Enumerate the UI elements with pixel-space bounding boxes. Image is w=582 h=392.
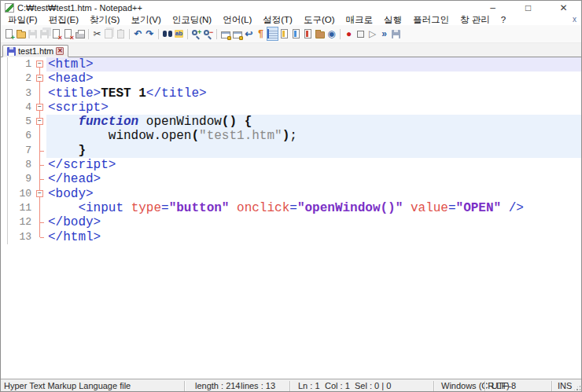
notepadpp-window: C:₩test₩test1.htm - Notepad++ – □ ✕ 파일(F… bbox=[0, 0, 582, 392]
word-wrap-button[interactable]: ↩ bbox=[243, 27, 255, 41]
menu-bar: 파일(F)편집(E)찾기(S)보기(V)인코딩(N)언어(L)설정(T)도구(O… bbox=[1, 14, 581, 25]
save-all-button[interactable] bbox=[39, 27, 50, 41]
document-list-button[interactable] bbox=[302, 27, 314, 41]
code-line-11[interactable]: 11 <input type="button" onclick="openWin… bbox=[1, 201, 581, 215]
macro-run-multiple-button[interactable]: » bbox=[378, 27, 390, 41]
code-text: window.open("test1.htm"); bbox=[46, 129, 581, 143]
menu-item-5[interactable]: 언어(L) bbox=[217, 14, 257, 26]
code-text: } bbox=[46, 144, 581, 158]
cut-button[interactable]: ✂ bbox=[91, 27, 103, 41]
menu-item-4[interactable]: 인코딩(N) bbox=[167, 14, 217, 26]
fold-collapse-marker[interactable]: − bbox=[34, 115, 46, 129]
code-line-7[interactable]: 7 } bbox=[1, 144, 581, 158]
status-line-number: Ln : 1 bbox=[298, 381, 320, 390]
code-text: <html> bbox=[46, 57, 581, 71]
line-number: 13 bbox=[8, 230, 34, 244]
status-separator bbox=[433, 381, 435, 392]
status-separator bbox=[551, 381, 553, 392]
status-encoding: UTF-8 bbox=[492, 381, 516, 390]
document-map-button[interactable] bbox=[290, 27, 302, 41]
fold-collapse-marker[interactable]: − bbox=[34, 101, 46, 115]
fold-line bbox=[34, 86, 46, 101]
menu-item-6[interactable]: 설정(T) bbox=[257, 14, 298, 26]
bookmark-margin bbox=[1, 86, 8, 101]
fold-collapse-marker[interactable]: − bbox=[34, 57, 46, 71]
replace-button[interactable]: ab bbox=[173, 27, 185, 41]
paste-button[interactable] bbox=[115, 27, 127, 41]
redo-button[interactable]: ↷ bbox=[144, 27, 156, 41]
open-file-button[interactable] bbox=[15, 27, 27, 41]
code-line-2[interactable]: 2−<head> bbox=[1, 71, 581, 86]
menu-item-2[interactable]: 찾기(S) bbox=[84, 14, 125, 26]
line-number: 9 bbox=[8, 172, 34, 186]
sync-horizontal-scroll-button[interactable] bbox=[231, 27, 243, 41]
menu-item-1[interactable]: 편집(E) bbox=[43, 14, 84, 26]
menu-item-11[interactable]: 창 관리 bbox=[455, 14, 495, 26]
code-line-1[interactable]: 1−<html> bbox=[1, 57, 581, 71]
show-all-characters-button[interactable]: ¶ bbox=[255, 27, 267, 41]
folder-as-workspace-button[interactable] bbox=[314, 27, 326, 41]
tab-test1-htm[interactable]: test1.htm ✕ bbox=[2, 45, 68, 57]
title-bar[interactable]: C:₩test₩test1.htm - Notepad++ – □ ✕ bbox=[1, 1, 581, 14]
macro-record-button[interactable]: ● bbox=[343, 27, 355, 41]
tab-close-icon[interactable]: ✕ bbox=[56, 47, 64, 55]
macro-save-icon bbox=[392, 30, 400, 38]
resize-grip[interactable] bbox=[572, 384, 580, 392]
document-map-icon bbox=[293, 29, 300, 38]
menu-close-icon[interactable]: x bbox=[573, 14, 576, 25]
status-selection: Sel : 0 | 0 bbox=[355, 381, 391, 390]
menu-item-0[interactable]: 파일(F) bbox=[2, 14, 43, 26]
code-line-9[interactable]: 9</head> bbox=[1, 172, 581, 186]
sync-vertical-scroll-button[interactable] bbox=[219, 27, 231, 41]
tab-bar: test1.htm ✕ bbox=[1, 43, 581, 57]
code-line-4[interactable]: 4−<script> bbox=[1, 101, 581, 115]
new-file-button[interactable]: + bbox=[3, 27, 15, 41]
fold-line bbox=[34, 172, 46, 186]
macro-stop-button[interactable] bbox=[355, 27, 367, 41]
code-line-6[interactable]: 6 window.open("test1.htm"); bbox=[1, 129, 581, 143]
status-bar: Hyper Text Markup Language file length :… bbox=[1, 379, 581, 392]
bookmark-margin bbox=[1, 215, 8, 229]
undo-button[interactable]: ↶ bbox=[132, 27, 144, 41]
zoom-out-button[interactable]: − bbox=[202, 27, 214, 41]
code-line-10[interactable]: 10−<body> bbox=[1, 187, 581, 201]
fold-collapse-marker[interactable]: − bbox=[34, 71, 46, 86]
save-file-button[interactable] bbox=[27, 27, 39, 41]
fold-line bbox=[34, 230, 46, 244]
show-all-characters-icon: ¶ bbox=[258, 28, 263, 39]
toolbar-separator bbox=[158, 29, 159, 39]
print-button[interactable] bbox=[74, 27, 86, 41]
menu-item-10[interactable]: 플러그인 bbox=[407, 14, 455, 26]
monitoring-button[interactable]: ◉ bbox=[326, 27, 337, 41]
editor[interactable]: 1−<html>2−<head>3<title>TEST 1</title>4−… bbox=[1, 57, 581, 379]
code-line-8[interactable]: 8</script> bbox=[1, 158, 581, 172]
menu-item-7[interactable]: 도구(O) bbox=[298, 14, 341, 26]
code-line-5[interactable]: 5− function openWindow() { bbox=[1, 115, 581, 129]
code-line-12[interactable]: 12</body> bbox=[1, 215, 581, 229]
saved-state-icon bbox=[7, 47, 16, 56]
close-file-icon: × bbox=[53, 29, 60, 38]
macro-record-icon: ● bbox=[346, 28, 352, 39]
line-number: 12 bbox=[8, 215, 34, 229]
macro-save-button[interactable] bbox=[390, 27, 402, 41]
code-line-13[interactable]: 13</html> bbox=[1, 230, 581, 244]
find-button[interactable] bbox=[161, 27, 173, 41]
show-indent-guide-button[interactable] bbox=[267, 27, 278, 41]
sync-vertical-scroll-icon bbox=[221, 31, 230, 38]
menu-item-3[interactable]: 보기(V) bbox=[125, 14, 166, 26]
menu-item-9[interactable]: 실행 bbox=[378, 14, 407, 26]
open-file-icon bbox=[17, 31, 26, 38]
code-line-3[interactable]: 3<title>TEST 1</title> bbox=[1, 86, 581, 101]
copy-button[interactable] bbox=[103, 27, 115, 41]
menu-item-12[interactable]: ? bbox=[495, 15, 511, 24]
code-text: <title>TEST 1</title> bbox=[46, 86, 581, 101]
menu-item-8[interactable]: 매크로 bbox=[341, 14, 379, 26]
macro-play-button[interactable]: ▷ bbox=[367, 27, 378, 41]
close-all-button[interactable]: × bbox=[62, 27, 74, 41]
fold-collapse-marker[interactable]: − bbox=[34, 187, 46, 201]
zoom-in-button[interactable]: + bbox=[190, 27, 202, 41]
toolbar-separator bbox=[340, 29, 341, 39]
function-list-button[interactable] bbox=[278, 27, 290, 41]
code-text: <input type="button" onclick="openWindow… bbox=[46, 201, 581, 215]
close-file-button[interactable]: × bbox=[50, 27, 62, 41]
